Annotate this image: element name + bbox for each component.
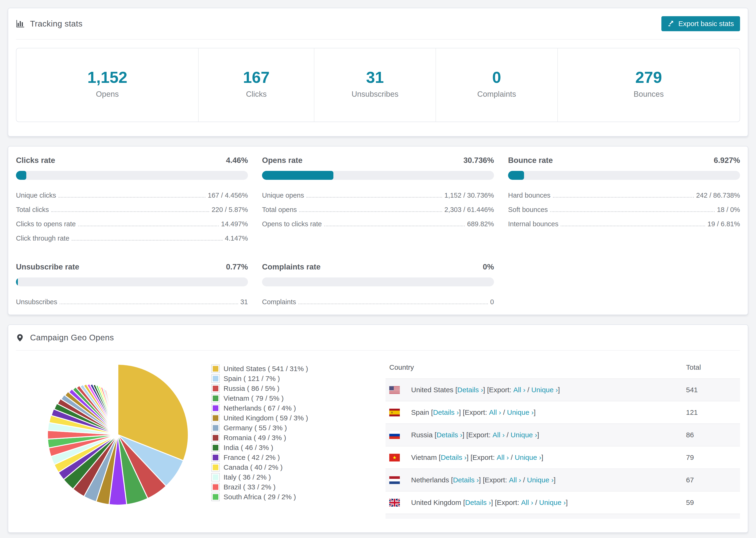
export-unique-link[interactable]: Unique › — [527, 476, 554, 484]
geo-table: Country Total United States [Details ›] … — [386, 357, 740, 519]
details-link[interactable]: Details › — [433, 408, 459, 416]
rates-grid: Clicks rate4.46%Unique clicks167 / 4.456… — [16, 156, 740, 309]
legend-swatch — [212, 463, 219, 471]
summary-stats-panel: 1,152Opens167Clicks31Unsubscribes0Compla… — [16, 48, 740, 122]
geo-title: Campaign Geo Opens — [30, 333, 114, 342]
country-name: Netherlands — [411, 476, 449, 484]
export-basic-stats-button[interactable]: Export basic stats — [661, 16, 740, 31]
tracking-stats-card: Tracking stats Export basic stats 1,152O… — [8, 8, 748, 136]
rate-detail-row: Unique opens1,152 / 30.736% — [262, 188, 494, 202]
details-link[interactable]: Details › — [458, 386, 483, 394]
export-unique-link[interactable]: Unique › — [514, 454, 541, 461]
legend-label: Spain ( 121 / 7% ) — [224, 375, 280, 383]
geo-opens-card: Campaign Geo Opens United States ( 541 /… — [8, 324, 748, 533]
total-value: 59 — [686, 499, 740, 507]
us-flag-icon — [389, 386, 400, 394]
export-unique-link[interactable]: Unique › — [539, 499, 566, 507]
dotted-leader — [306, 197, 442, 198]
legend-item-vn: Vietnam ( 79 / 5% ) — [212, 394, 362, 403]
tracking-stats-header: Tracking stats Export basic stats — [8, 8, 748, 39]
rate-detail-row: Click through rate4.147% — [16, 231, 248, 245]
table-row-vn: Vietnam [Details ›] [Export: All › / Uni… — [386, 447, 740, 469]
export-label: Export: — [472, 454, 497, 461]
nl-flag-icon — [389, 476, 400, 484]
page: Tracking stats Export basic stats 1,152O… — [0, 0, 756, 538]
dotted-leader — [58, 197, 205, 198]
dotted-leader — [561, 226, 705, 226]
details-link[interactable]: Details › — [465, 499, 491, 507]
export-all-link[interactable]: All › — [521, 499, 533, 507]
rate-title: Complaints rate — [262, 262, 320, 271]
legend-label: Canada ( 40 / 2% ) — [224, 463, 283, 471]
export-all-link[interactable]: All › — [493, 431, 505, 439]
legend-swatch — [212, 365, 219, 372]
country-name: Spain — [411, 408, 429, 416]
progress-bar — [262, 278, 494, 286]
rate-title: Clicks rate — [16, 156, 55, 165]
export-unique-link[interactable]: Unique › — [531, 386, 558, 394]
legend-label: Romania ( 49 / 3% ) — [224, 434, 286, 442]
legend-item-fr: France ( 42 / 2% ) — [212, 453, 362, 462]
export-label: Export: — [489, 386, 513, 394]
legend-label: Germany ( 55 / 3% ) — [224, 424, 287, 432]
export-all-link[interactable]: All › — [489, 408, 501, 416]
legend-item-gb: United Kingdom ( 59 / 3% ) — [212, 413, 362, 423]
export-all-link[interactable]: All › — [497, 454, 509, 461]
table-row-de: Germany [Details ›] [Export: All › / Uni… — [386, 514, 740, 519]
legend-swatch — [212, 493, 219, 501]
table-row-nl: Netherlands [Details ›] [Export: All › /… — [386, 469, 740, 492]
legend-swatch — [212, 454, 219, 461]
export-all-link[interactable]: All › — [509, 476, 521, 484]
stat-card-bounces: 279Bounces — [557, 48, 739, 122]
geo-body: United States ( 541 / 31% )Spain ( 121 /… — [8, 351, 748, 519]
rate-section-unsubscribe-rate: Unsubscribe rate0.77%Unsubscribes31 — [16, 262, 248, 309]
dotted-leader — [324, 226, 465, 226]
legend-item-ca: Canada ( 40 / 2% ) — [212, 462, 362, 472]
export-unique-link[interactable]: Unique › — [511, 431, 537, 439]
export-all-link[interactable]: All › — [513, 386, 525, 394]
total-value: 79 — [686, 454, 740, 461]
dotted-leader — [60, 303, 238, 304]
legend-swatch — [212, 483, 219, 491]
rate-value: 30.736% — [463, 156, 494, 165]
details-link[interactable]: Details › — [436, 431, 462, 439]
stat-card-complaints: 0Complaints — [436, 48, 557, 122]
stat-value: 279 — [558, 68, 739, 86]
legend-item-es: Spain ( 121 / 7% ) — [212, 374, 362, 384]
stat-card-clicks: 167Clicks — [198, 48, 314, 122]
rate-detail-row: Unique clicks167 / 4.456% — [16, 188, 248, 202]
progress-bar — [16, 278, 248, 286]
legend-label: Vietnam ( 79 / 5% ) — [224, 394, 284, 402]
legend-item-in: India ( 46 / 3% ) — [212, 443, 362, 453]
legend-label: United Kingdom ( 59 / 3% ) — [224, 414, 308, 422]
stat-label: Clicks — [199, 90, 314, 99]
details-link[interactable]: Details › — [453, 476, 479, 484]
legend-item-it: Italy ( 36 / 2% ) — [212, 472, 362, 482]
geo-table-rows: United States [Details ›] [Export: All ›… — [386, 379, 740, 519]
total-value: 86 — [686, 431, 740, 439]
legend-swatch — [212, 444, 219, 452]
export-unique-link[interactable]: Unique › — [507, 408, 534, 416]
dotted-leader — [72, 240, 222, 241]
legend-label: United States ( 541 / 31% ) — [224, 365, 308, 373]
legend-label: Netherlands ( 67 / 4% ) — [224, 404, 296, 412]
total-value: 121 — [686, 408, 740, 416]
total-value: 541 — [686, 386, 740, 394]
header-divider — [16, 39, 740, 40]
stat-value: 31 — [314, 68, 436, 86]
legend-label: India ( 46 / 3% ) — [224, 444, 273, 452]
export-label: Export: — [485, 476, 509, 484]
country-name: Russia — [411, 431, 433, 439]
progress-bar-fill — [16, 171, 26, 180]
rate-section-bounce-rate: Bounce rate6.927%Hard bounces242 / 86.73… — [508, 156, 740, 245]
vn-flag-icon — [389, 454, 400, 461]
rate-title: Unsubscribe rate — [16, 262, 80, 271]
country-name: Vietnam — [411, 454, 437, 461]
page-title: Tracking stats — [30, 19, 82, 28]
rate-section-clicks-rate: Clicks rate4.46%Unique clicks167 / 4.456… — [16, 156, 248, 245]
rate-value: 6.927% — [714, 156, 740, 165]
rate-title: Opens rate — [262, 156, 302, 165]
details-link[interactable]: Details › — [441, 454, 466, 461]
export-label: Export: — [497, 499, 521, 507]
rate-detail-row: Internal bounces19 / 6.81% — [508, 217, 740, 231]
